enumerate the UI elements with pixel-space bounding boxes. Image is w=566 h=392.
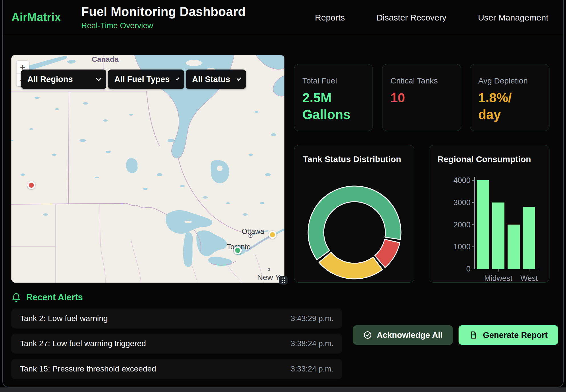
tank-marker-normal[interactable] <box>234 246 242 254</box>
generate-report-label: Generate Report <box>483 330 547 340</box>
nav-reports[interactable]: Reports <box>315 13 345 23</box>
alert-text: Tank 2: Low fuel warning <box>20 314 108 323</box>
svg-text:0: 0 <box>466 265 471 273</box>
bar-chart: 01000200030004000MidwestWest <box>429 145 550 282</box>
status-filter-dropdown[interactable]: All Status <box>186 70 246 89</box>
map-resize-handle[interactable] <box>279 276 288 285</box>
bar-3 <box>523 207 535 269</box>
tank-marker-warning[interactable] <box>268 231 276 239</box>
tank-marker-critical[interactable] <box>27 181 35 189</box>
svg-text:Midwest: Midwest <box>484 274 513 282</box>
svg-text:2000: 2000 <box>453 220 471 229</box>
alert-time: 3:33:24 p.m. <box>291 365 333 373</box>
tank-status-title: Tank Status Distribution <box>303 154 401 164</box>
window-bottom-edge <box>0 387 566 392</box>
chevron-down-icon <box>176 77 180 80</box>
alerts-header: Recent Alerts <box>11 292 83 303</box>
map-filters: All Regions All Fuel Types All Status <box>21 70 246 89</box>
alert-time: 3:38:24 p.m. <box>291 339 333 348</box>
svg-text:West: West <box>520 274 538 282</box>
map-label-ottawa: Ottawa <box>242 227 264 235</box>
alert-text: Tank 15: Pressure threshold exceeded <box>20 364 156 373</box>
bar-2 <box>508 225 520 269</box>
svg-text:1000: 1000 <box>453 242 471 251</box>
map-panel: Canada Ottawa Toronto New York + − All R… <box>11 55 284 283</box>
stat-value: 2.5MGallons <box>302 89 365 123</box>
acknowledge-all-button[interactable]: Acknowledge All <box>353 325 453 345</box>
map-label-canada: Canada <box>92 55 119 64</box>
stat-label: Avg Depletion <box>478 76 541 85</box>
newyork-town-dot <box>268 269 270 270</box>
status-filter-label: All Status <box>192 75 230 84</box>
nav-user-management[interactable]: User Management <box>478 13 548 23</box>
regional-consumption-card: Regional Consumption 01000200030004000Mi… <box>429 145 549 283</box>
tank-status-card: Tank Status Distribution <box>294 145 414 283</box>
stat-label: Critical Tanks <box>390 76 453 85</box>
bell-icon <box>11 292 21 303</box>
page-subtitle: Real-Time Overview <box>81 21 246 30</box>
alert-row: Tank 27: Low fuel warning triggered 3:38… <box>11 334 342 354</box>
header: AirMatrix Fuel Monitoring Dashboard Real… <box>3 0 563 35</box>
map-canvas[interactable]: Canada Ottawa Toronto New York <box>11 55 284 283</box>
fuel-type-filter-label: All Fuel Types <box>114 75 170 84</box>
generate-report-button[interactable]: Generate Report <box>459 325 558 345</box>
donut-chart <box>294 145 415 282</box>
dashboard-frame: AirMatrix Fuel Monitoring Dashboard Real… <box>2 0 564 387</box>
page-title: Fuel Monitoring Dashboard <box>81 5 246 19</box>
alert-row: Tank 15: Pressure threshold exceeded 3:3… <box>11 359 342 379</box>
bar-0 <box>477 180 489 269</box>
region-filter-dropdown[interactable]: All Regions <box>21 70 106 89</box>
nav-disaster-recovery[interactable]: Disaster Recovery <box>376 13 446 23</box>
stat-value: 10 <box>390 89 453 106</box>
main-nav: Reports Disaster Recovery User Managemen… <box>315 0 548 35</box>
regional-consumption-title: Regional Consumption <box>437 154 531 164</box>
stat-card-avg-depletion: Avg Depletion 1.8%/day <box>470 64 549 131</box>
fuel-type-filter-dropdown[interactable]: All Fuel Types <box>108 70 184 89</box>
donut-segment-critical <box>375 239 400 268</box>
alert-time: 3:43:29 p.m. <box>291 314 333 323</box>
svg-text:3000: 3000 <box>453 198 471 207</box>
acknowledge-all-label: Acknowledge All <box>377 330 443 340</box>
document-icon <box>469 331 478 339</box>
svg-text:4000: 4000 <box>453 176 471 185</box>
stat-value: 1.8%/day <box>478 89 541 123</box>
stat-card-critical-tanks: Critical Tanks 10 <box>382 64 461 131</box>
donut-segment-warning <box>319 252 382 279</box>
chevron-down-icon <box>96 76 101 81</box>
chevron-down-icon <box>237 76 241 81</box>
alerts-title: Recent Alerts <box>26 292 83 303</box>
app-logo: AirMatrix <box>11 11 61 24</box>
alert-text: Tank 27: Low fuel warning triggered <box>20 339 146 348</box>
region-filter-label: All Regions <box>27 75 73 84</box>
stat-label: Total Fuel <box>302 76 365 85</box>
title-block: Fuel Monitoring Dashboard Real-Time Over… <box>81 5 246 30</box>
alert-row: Tank 2: Low fuel warning 3:43:29 p.m. <box>11 309 342 328</box>
stat-card-total-fuel: Total Fuel 2.5MGallons <box>294 64 373 131</box>
bar-1 <box>492 203 504 269</box>
check-circle-icon <box>363 330 372 340</box>
